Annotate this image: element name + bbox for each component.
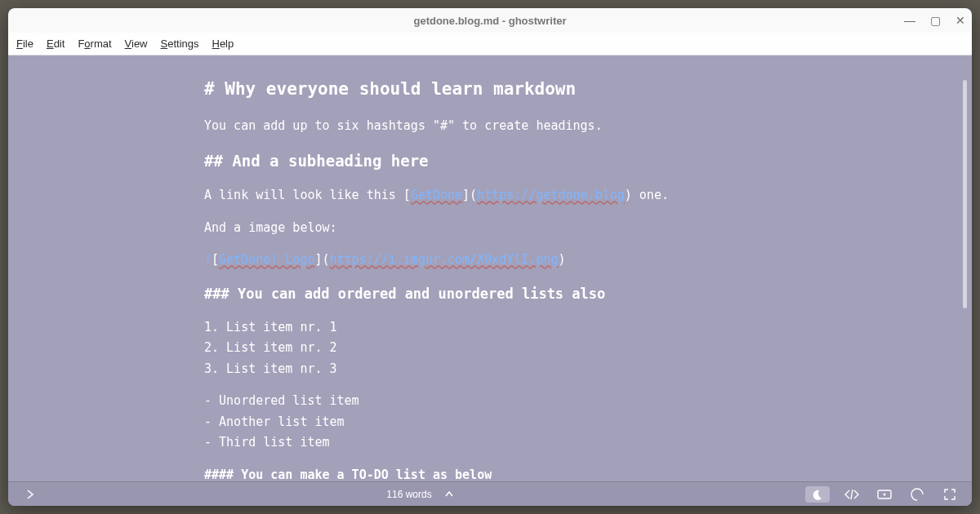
statusbar: 116 words [8, 481, 972, 506]
ordered-list-item: 3. List item nr. 3 [204, 359, 972, 380]
minimize-icon[interactable]: — [904, 14, 915, 27]
menubar: File Edit Format View Settings Help [8, 33, 972, 55]
chevron-right-icon[interactable] [20, 486, 41, 503]
app-window: getdone.blog.md - ghostwriter — ▢ ✕ File… [8, 8, 972, 506]
window-controls: — ▢ ✕ [904, 8, 965, 33]
menu-file[interactable]: File [16, 38, 33, 50]
editor-content[interactable]: # Why everyone should learn markdown You… [8, 55, 972, 481]
close-icon[interactable]: ✕ [956, 14, 965, 27]
image-markdown: ![GetDone! Logo](https://i.imgur.com/X0x… [204, 250, 972, 271]
heading-4: #### You can make a TO-DO list as below [204, 465, 972, 481]
heading-2: ## And a subheading here [204, 148, 972, 174]
dark-mode-icon[interactable] [805, 486, 830, 503]
heading-1: # Why everyone should learn markdown [204, 75, 972, 104]
editor-area[interactable]: # Why everyone should learn markdown You… [8, 55, 972, 481]
word-count: 116 words [386, 489, 431, 500]
hemingway-icon[interactable] [874, 486, 895, 503]
unordered-list-item: - Third list item [204, 432, 972, 454]
titlebar: getdone.blog.md - ghostwriter — ▢ ✕ [8, 8, 972, 33]
link-url: https://getdone.blog [477, 188, 625, 202]
fullscreen-icon[interactable] [939, 486, 960, 503]
paragraph: You can add up to six hashtags "#" to cr… [204, 116, 972, 137]
html-preview-icon[interactable] [841, 486, 862, 503]
scrollbar-vertical[interactable] [963, 80, 967, 308]
svg-point-1 [884, 493, 886, 495]
unordered-list-item: - Unordered list item [204, 391, 972, 412]
paragraph-link: A link will look like this [GetDone](htt… [204, 185, 972, 206]
focus-mode-icon[interactable] [906, 486, 928, 503]
menu-format[interactable]: Format [78, 38, 111, 50]
menu-view[interactable]: View [125, 38, 148, 50]
maximize-icon[interactable]: ▢ [930, 14, 941, 27]
chevron-up-icon[interactable] [439, 486, 460, 503]
menu-help[interactable]: Help [212, 38, 234, 50]
paragraph: And a image below: [204, 218, 972, 239]
ordered-list-item: 2. List item nr. 2 [204, 338, 972, 359]
ordered-list-item: 1. List item nr. 1 [204, 317, 972, 339]
menu-settings[interactable]: Settings [161, 38, 199, 50]
window-title: getdone.blog.md - ghostwriter [413, 15, 566, 27]
link-text: GetDone [411, 188, 462, 202]
heading-3: ### You can add ordered and unordered li… [204, 282, 972, 306]
unordered-list-item: - Another list item [204, 412, 972, 433]
menu-edit[interactable]: Edit [47, 38, 65, 50]
